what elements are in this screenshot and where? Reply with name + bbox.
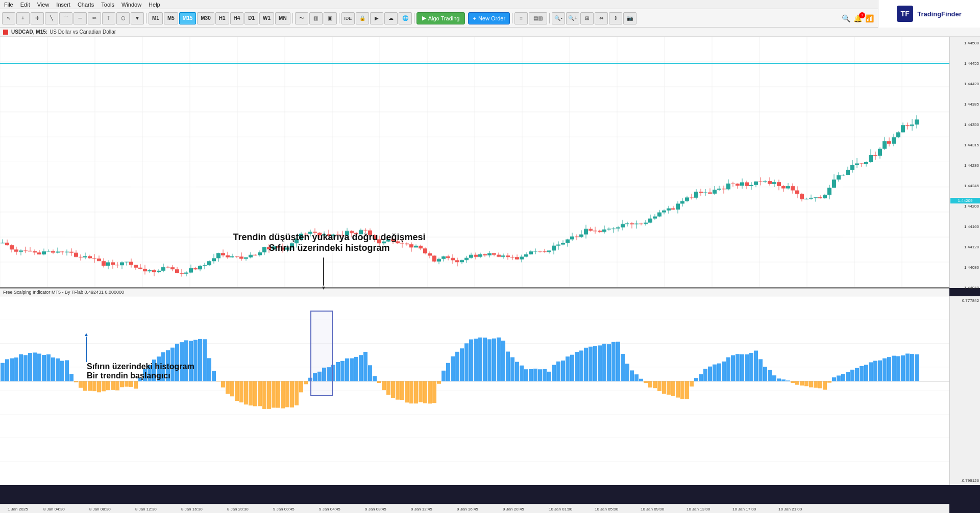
- autoscroll-btn[interactable]: ⇔: [595, 12, 608, 24]
- svg-text:10 Jan 05:00: 10 Jan 05:00: [595, 507, 619, 511]
- toolbar-sep-6: [549, 13, 550, 23]
- screenshot-btn[interactable]: 📷: [623, 12, 636, 24]
- price-4: 1.44385: [964, 102, 979, 107]
- line-tool[interactable]: ╲: [45, 12, 58, 24]
- zoom-in-btn[interactable]: 🔍+: [566, 12, 579, 24]
- toolbar-sep-4: [414, 13, 414, 23]
- chart-label-bar: USDCAD, M15: US Dollar vs Canadian Dolla…: [0, 28, 980, 37]
- toolbar-sep-5: [512, 13, 512, 23]
- menu-bar: File Edit View Insert Charts Tools Windo…: [0, 0, 980, 9]
- logo-text: TradingFinder: [917, 10, 962, 18]
- order-icon: +: [473, 15, 476, 21]
- globe-btn[interactable]: 🌐: [399, 12, 412, 24]
- teal-horizontal-line: [0, 63, 949, 64]
- cursor-tool[interactable]: ↖: [2, 12, 15, 24]
- svg-text:8 Jan 08:30: 8 Jan 08:30: [89, 507, 111, 511]
- svg-text:9 Jan 12:45: 9 Jan 12:45: [411, 507, 432, 511]
- chart-type-candle[interactable]: ▣: [324, 12, 337, 24]
- menu-window[interactable]: Window: [121, 2, 141, 8]
- cross-tool[interactable]: ✛: [31, 12, 44, 24]
- lock-btn[interactable]: 🔒: [356, 12, 369, 24]
- menu-tools[interactable]: Tools: [101, 2, 114, 8]
- ide-btn[interactable]: IDE: [341, 12, 355, 24]
- more-tool[interactable]: ▼: [131, 12, 144, 24]
- tf-h1[interactable]: H1: [215, 12, 229, 24]
- logo-area[interactable]: TF TradingFinder: [878, 0, 980, 28]
- ind-y-bottom: -0.799126: [961, 478, 979, 483]
- price-11: 1.44120: [964, 245, 979, 249]
- new-order-btn[interactable]: + New Order: [468, 12, 510, 24]
- tf-m5[interactable]: M5: [164, 12, 178, 24]
- svg-text:9 Jan 04:45: 9 Jan 04:45: [319, 507, 340, 511]
- logo-icon: TF: [897, 6, 913, 22]
- svg-text:9 Jan 08:45: 9 Jan 08:45: [365, 507, 386, 511]
- algo-trading-btn[interactable]: ▶ Algo Trading: [416, 12, 465, 24]
- bars-icon[interactable]: ≡: [514, 12, 528, 24]
- price-2: 1.44455: [964, 61, 979, 66]
- ind-y-top: 0.777842: [962, 298, 979, 303]
- svg-text:8 Jan 16:30: 8 Jan 16:30: [181, 507, 203, 511]
- curve-tool[interactable]: ⌒: [59, 12, 72, 24]
- plus-tool[interactable]: +: [16, 12, 30, 24]
- zoom-out-btn[interactable]: 🔍-: [552, 12, 565, 24]
- price-3: 1.44420: [964, 82, 979, 86]
- svg-text:1 Jan 2025: 1 Jan 2025: [8, 507, 28, 511]
- shapes-tool[interactable]: ⬡: [116, 12, 130, 24]
- toolbar-sep-1: [146, 13, 146, 23]
- indicator-histogram-canvas: [0, 296, 949, 485]
- chart-type-bar[interactable]: ▥: [309, 12, 323, 24]
- svg-text:10 Jan 17:00: 10 Jan 17:00: [732, 507, 756, 511]
- svg-text:10 Jan 09:00: 10 Jan 09:00: [641, 507, 665, 511]
- svg-text:8 Jan 04:30: 8 Jan 04:30: [43, 507, 65, 511]
- grid-btn[interactable]: ⊞: [580, 12, 594, 24]
- cloud-btn[interactable]: ☁: [384, 12, 398, 24]
- time-axis: 1 Jan 2025 8 Jan 04:30 8 Jan 08:30 8 Jan…: [0, 504, 949, 513]
- price-12: 1.44080: [964, 265, 979, 270]
- fixscale-btn[interactable]: ⇕: [609, 12, 622, 24]
- search-icon[interactable]: 🔍: [842, 14, 850, 22]
- tf-m30[interactable]: M30: [197, 12, 214, 24]
- price-1: 1.44500: [964, 41, 979, 45]
- chart-type-line[interactable]: 〜: [295, 12, 308, 24]
- price-13: 1.44040: [964, 286, 979, 290]
- svg-text:8 Jan 20:30: 8 Jan 20:30: [227, 507, 249, 511]
- tf-mn[interactable]: MN: [275, 12, 290, 24]
- indicator-chart[interactable]: [0, 296, 949, 485]
- candlestick-canvas: [0, 37, 949, 287]
- text-tool[interactable]: T: [102, 12, 115, 24]
- menu-help[interactable]: Help: [149, 2, 160, 8]
- indicator-label-text: Free Scalping Indicator MT5 - By TFlab 0…: [3, 290, 124, 295]
- price-chart[interactable]: [0, 37, 949, 288]
- menu-edit[interactable]: Edit: [20, 2, 30, 8]
- pencil-tool[interactable]: ✏: [88, 12, 101, 24]
- menu-view[interactable]: View: [37, 2, 50, 8]
- tf-d1[interactable]: D1: [244, 12, 258, 24]
- toolbar-sep-2: [292, 13, 293, 23]
- symbol-name: US Dollar vs Canadian Dollar: [50, 29, 116, 35]
- chart-area-btn[interactable]: ▤▥: [529, 12, 547, 24]
- tf-h4[interactable]: H4: [230, 12, 244, 24]
- toolbar-sep-3: [339, 13, 339, 23]
- price-7: 1.44280: [964, 163, 979, 168]
- play-btn[interactable]: ▶: [370, 12, 383, 24]
- svg-text:10 Jan 21:00: 10 Jan 21:00: [778, 507, 802, 511]
- tf-m1[interactable]: M1: [149, 12, 163, 24]
- y-axis-indicator: 0.777842 -0.799126: [949, 296, 980, 485]
- menu-insert[interactable]: Insert: [56, 2, 70, 8]
- signal-icon[interactable]: 📶: [865, 14, 874, 22]
- notification-icon[interactable]: 🔔: [853, 14, 862, 22]
- time-axis-svg: 1 Jan 2025 8 Jan 04:30 8 Jan 08:30 8 Jan…: [0, 504, 949, 513]
- y-axis-price: 1.44209 1.44500 1.44455 1.44420 1.44385 …: [949, 37, 980, 288]
- menu-charts[interactable]: Charts: [78, 2, 94, 8]
- algo-icon: ▶: [422, 15, 426, 21]
- tf-w1[interactable]: W1: [259, 12, 274, 24]
- symbol-label: USDCAD, M15:: [11, 29, 47, 35]
- menu-file[interactable]: File: [4, 2, 13, 8]
- highlighted-price: 1.44209: [950, 198, 980, 203]
- hline-tool[interactable]: ─: [74, 12, 87, 24]
- symbol-color-box: [3, 30, 8, 35]
- top-right-icons: 🔍 🔔 📶: [838, 9, 878, 28]
- tf-m15[interactable]: M15: [179, 12, 196, 24]
- svg-text:9 Jan 20:45: 9 Jan 20:45: [503, 507, 524, 511]
- svg-text:10 Jan 13:00: 10 Jan 13:00: [687, 507, 710, 511]
